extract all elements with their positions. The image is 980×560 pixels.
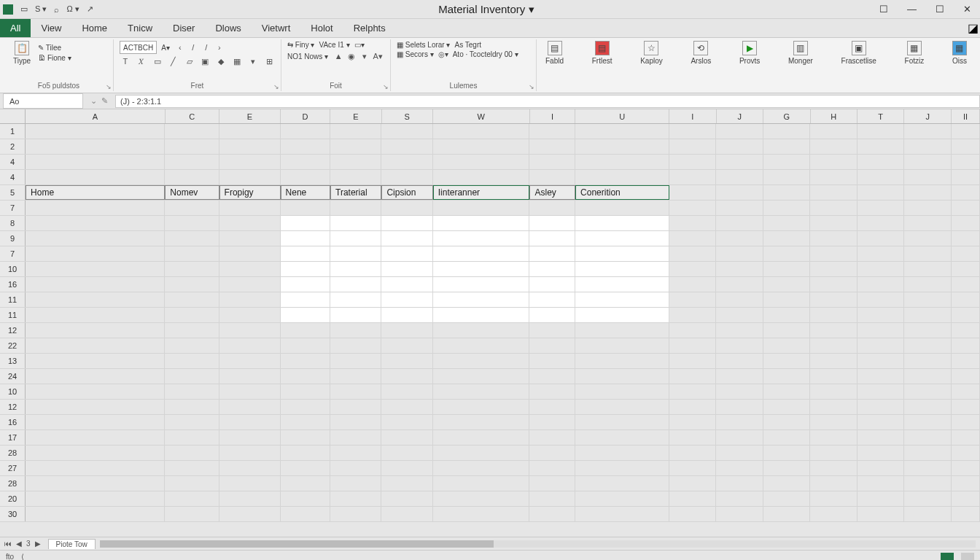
cell[interactable] (381, 369, 432, 384)
column-header[interactable]: W (433, 109, 530, 123)
cell[interactable] (26, 415, 165, 429)
cell[interactable] (433, 461, 530, 475)
cell[interactable] (381, 354, 432, 368)
cell[interactable] (904, 400, 952, 414)
cell[interactable] (810, 139, 858, 154)
cell[interactable] (810, 323, 858, 338)
cell[interactable] (575, 155, 669, 169)
cell[interactable] (952, 231, 980, 246)
cell[interactable] (575, 216, 669, 230)
row-header[interactable]: 12 (0, 400, 26, 414)
cell[interactable] (716, 369, 763, 384)
cell[interactable] (858, 507, 905, 521)
cell[interactable] (219, 170, 281, 184)
cell[interactable] (810, 384, 858, 399)
cell[interactable] (575, 139, 669, 154)
cell[interactable] (330, 292, 381, 307)
minimize-button[interactable]: — (907, 4, 917, 15)
cell[interactable] (575, 308, 669, 322)
cell[interactable] (810, 415, 858, 429)
cell[interactable] (26, 216, 165, 230)
cell[interactable] (810, 476, 858, 491)
cell[interactable] (330, 507, 381, 521)
highlight-icon[interactable]: ◆ (215, 55, 227, 67)
dialog-launcher-icon[interactable]: ↘ (383, 83, 389, 90)
tab-home[interactable]: Home (71, 19, 117, 37)
column-header[interactable]: I (530, 109, 576, 123)
cell[interactable] (763, 338, 811, 353)
cell[interactable] (330, 170, 381, 184)
cell[interactable] (763, 430, 811, 445)
row-header[interactable]: 7 (0, 201, 26, 215)
cell[interactable] (165, 292, 219, 307)
maximize-button[interactable]: ☐ (936, 4, 944, 15)
cell[interactable] (381, 277, 432, 292)
title-button[interactable]: ✎ Tilee (38, 44, 71, 52)
cell[interactable] (26, 461, 165, 475)
cell[interactable] (716, 415, 763, 429)
normal-view-button[interactable] (941, 553, 954, 561)
cell[interactable] (330, 491, 381, 506)
fill-icon[interactable]: ▱ (184, 55, 195, 67)
tab-all[interactable]: All (0, 19, 31, 37)
cell[interactable] (904, 231, 952, 246)
cell[interactable] (716, 246, 763, 261)
column-header[interactable]: H (811, 109, 858, 123)
cell[interactable] (281, 139, 330, 154)
cell[interactable] (858, 216, 905, 230)
cell[interactable] (952, 491, 980, 506)
cell[interactable] (529, 292, 575, 307)
cell[interactable] (381, 170, 432, 184)
cell[interactable] (858, 277, 905, 292)
cell[interactable] (330, 369, 381, 384)
cell[interactable] (763, 446, 811, 460)
cell[interactable] (716, 170, 763, 184)
row-header[interactable]: 17 (0, 430, 26, 445)
cell[interactable] (529, 323, 575, 338)
cell[interactable] (952, 170, 980, 184)
cell[interactable] (529, 369, 575, 384)
cell[interactable] (763, 384, 811, 399)
cell[interactable]: Asley (529, 185, 575, 200)
cell[interactable] (669, 354, 717, 368)
cell[interactable] (575, 124, 669, 139)
cell[interactable] (810, 400, 858, 414)
collapse-ribbon-icon[interactable]: ◪ (965, 19, 980, 37)
row-header[interactable]: 1 (0, 124, 26, 139)
cell[interactable] (575, 384, 669, 399)
border-dropdown-icon[interactable]: ▾ (247, 55, 259, 67)
cell[interactable] (381, 308, 432, 322)
cell[interactable] (669, 369, 717, 384)
cell[interactable] (219, 354, 281, 368)
cell[interactable] (716, 185, 763, 200)
cell[interactable] (281, 507, 330, 521)
cell[interactable] (904, 491, 952, 506)
cell[interactable] (669, 292, 717, 307)
cell[interactable] (219, 400, 281, 414)
row-header[interactable]: 8 (0, 216, 26, 230)
row-header[interactable]: 28 (0, 476, 26, 491)
cell[interactable] (26, 124, 165, 139)
row-header[interactable]: 5 (0, 185, 26, 200)
cell[interactable] (763, 323, 811, 338)
cell[interactable] (529, 262, 575, 276)
cell[interactable]: Fropigy (219, 185, 281, 200)
cell[interactable] (529, 400, 575, 414)
cell[interactable] (281, 354, 330, 368)
cell[interactable] (165, 231, 219, 246)
cell[interactable] (165, 246, 219, 261)
cell[interactable] (433, 308, 530, 322)
cell[interactable] (26, 476, 165, 491)
cell[interactable] (529, 139, 575, 154)
cell[interactable] (165, 491, 219, 506)
cell[interactable] (904, 507, 952, 521)
cell[interactable] (26, 201, 165, 215)
cell[interactable] (810, 201, 858, 215)
cell[interactable] (529, 338, 575, 353)
column-header[interactable]: II (952, 109, 980, 123)
astegrt-button[interactable]: As Tegrt (454, 41, 481, 49)
align-icon[interactable]: ◉ (346, 50, 357, 62)
cell[interactable] (952, 461, 980, 475)
cell[interactable] (330, 277, 381, 292)
cell[interactable] (858, 415, 905, 429)
